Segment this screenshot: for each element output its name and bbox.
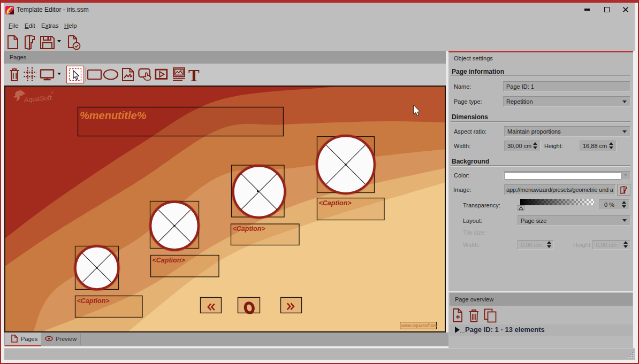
- svg-text:<Caption>: <Caption>: [233, 225, 266, 233]
- svg-text:www.aquasoft.net: www.aquasoft.net: [401, 323, 438, 328]
- svg-text:®: ®: [51, 90, 54, 94]
- svg-text:T: T: [188, 66, 200, 85]
- svg-text:<Caption>: <Caption>: [319, 199, 352, 207]
- svg-text:<Caption>: <Caption>: [153, 257, 186, 264]
- svg-text:<Caption>: <Caption>: [77, 297, 110, 305]
- svg-text:%menutitle%: %menutitle%: [80, 110, 147, 121]
